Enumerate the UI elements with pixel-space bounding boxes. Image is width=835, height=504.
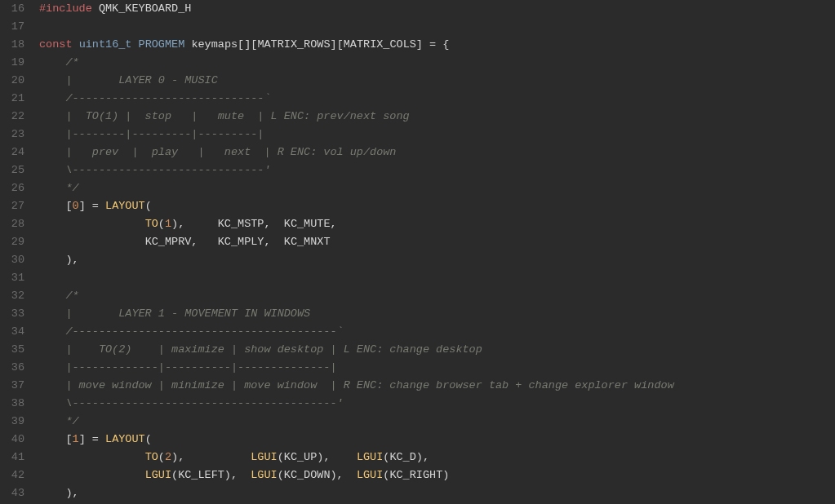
code-token: ), [416,451,429,463]
code-token: ( [171,469,178,481]
code-token [65,451,144,463]
code-token: | move window | minimize | move window |… [65,379,673,391]
code-token: TO [145,451,158,463]
code-line[interactable]: LGUI(KC_LEFT), LGUI(KC_DOWN), LGUI(KC_RI… [39,466,835,484]
code-token: ( [158,451,165,463]
code-token: ), [171,451,251,463]
code-token: ( [158,218,165,230]
code-line[interactable]: /---------------------------------------… [39,323,835,341]
code-line[interactable]: ), [39,484,835,502]
code-token: \---------------------------------------… [65,397,343,409]
code-token: /-----------------------------` [65,92,270,104]
code-token: [ [65,200,72,212]
code-token: 1 [165,218,171,230]
line-number: 19 [0,54,24,72]
code-token [92,2,99,15]
code-line[interactable]: [0] = LAYOUT( [39,197,835,215]
code-line[interactable]: KC_MPRV, KC_MPLY, KC_MNXT [39,233,835,251]
line-number: 38 [0,395,24,413]
code-area[interactable]: #include QMK_KEYBOARD_Hconst uint16_t PR… [36,0,835,504]
code-token: */ [65,182,78,194]
code-line[interactable]: */ [39,179,835,197]
code-token: [][ [238,38,257,51]
code-line[interactable]: /* [39,54,835,72]
code-token: ), [65,254,78,266]
code-token: , [191,236,217,248]
code-token: KC_RIGHT [389,469,442,481]
line-number: 16 [0,0,24,18]
code-line[interactable]: | move window | minimize | move window |… [39,377,835,395]
code-line[interactable]: | LAYER 0 - MUSIC [39,72,835,90]
code-token: ][ [331,38,344,51]
line-number: 28 [0,215,24,233]
line-number: 18 [0,36,24,54]
code-token: LGUI [357,469,383,481]
code-token: ] = [79,200,105,212]
code-token: QMK_KEYBOARD_H [99,2,191,15]
line-number: 41 [0,449,24,466]
line-number: 26 [0,179,24,197]
code-line[interactable]: \---------------------------------------… [39,395,835,413]
code-token: \-----------------------------' [65,164,270,176]
code-line[interactable]: ), [39,251,835,269]
code-line[interactable]: const uint16_t PROGMEM keymaps[][MATRIX_… [39,36,835,54]
code-line[interactable]: | LAYER 1 - MOVEMENT IN WINDOWS [39,305,835,323]
code-token [73,38,79,51]
line-number: 31 [0,269,24,287]
code-token: MATRIX_COLS [344,38,416,51]
code-token: LGUI [251,451,277,463]
code-line[interactable]: */ [39,413,835,431]
code-line[interactable]: TO(2), LGUI(KC_UP), LGUI(KC_D), [39,449,835,466]
code-token: /* [65,290,78,302]
code-line[interactable]: | TO(1) | stop | mute | L ENC: prev/next… [39,108,835,126]
code-token: 0 [73,200,79,212]
code-token [131,38,138,51]
code-line[interactable]: | prev | play | next | R ENC: vol up/dow… [39,144,835,161]
line-number: 17 [0,18,24,36]
code-token: 1 [73,433,79,445]
code-token: ] = { [416,38,450,51]
code-token: keymaps [191,38,238,51]
line-number: 33 [0,305,24,323]
line-number: 29 [0,233,24,251]
code-token: | TO(1) | stop | mute | L ENC: prev/next… [65,110,409,122]
code-token: ), [331,469,357,481]
code-token: MATRIX_ROWS [257,38,330,51]
code-token: KC_DOWN [284,469,331,481]
line-number: 23 [0,126,24,144]
code-token: | LAYER 1 - MOVEMENT IN WINDOWS [65,307,310,320]
code-line[interactable]: /* [39,287,835,305]
code-line[interactable]: /-----------------------------` [39,90,835,108]
line-number: 30 [0,251,24,269]
code-line[interactable]: [1] = LAYOUT( [39,431,835,449]
code-line[interactable]: \-----------------------------' [39,161,835,179]
line-number: 42 [0,466,24,484]
code-line[interactable]: |--------|---------|---------| [39,126,835,144]
code-token: ( [278,451,284,463]
code-line[interactable]: #include QMK_KEYBOARD_H [39,0,835,18]
code-line[interactable]: TO(1), KC_MSTP, KC_MUTE, [39,215,835,233]
line-number: 34 [0,323,24,341]
code-token: KC_UP [284,451,318,463]
code-line[interactable] [39,18,835,36]
code-token [65,218,144,230]
code-token: LAYOUT [105,433,145,445]
code-token: KC_MNXT [284,236,331,248]
code-line[interactable]: | TO(2) | maximize | show desktop | L EN… [39,341,835,359]
code-token: KC_D [389,451,415,463]
code-token: ( [278,469,284,481]
line-number: 32 [0,287,24,305]
code-token: ), [65,487,78,499]
code-token: ), [224,469,251,481]
line-number: 37 [0,377,24,395]
code-token: ), [171,218,218,230]
line-number: 43 [0,484,24,502]
code-token: 2 [165,451,171,463]
line-number: 39 [0,413,24,431]
code-editor[interactable]: 1617181920212223242526272829303132333435… [0,0,835,504]
code-token: LGUI [357,451,383,463]
code-token: LAYOUT [105,200,145,212]
code-line[interactable]: |-------------|----------|--------------… [39,359,835,377]
line-number: 25 [0,161,24,179]
code-line[interactable] [39,269,835,287]
